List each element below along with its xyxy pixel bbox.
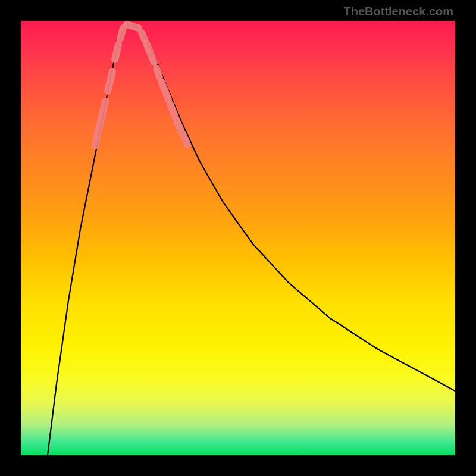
marker-segment: [183, 134, 187, 145]
marker-segment: [95, 101, 105, 146]
attribution-text: TheBottleneck.com: [344, 5, 453, 18]
marker-segment: [142, 33, 145, 40]
marker-segment: [120, 28, 123, 39]
chart-svg: [21, 21, 455, 455]
marker-segment: [156, 68, 159, 77]
marker-segment: [146, 43, 154, 62]
chart-frame: TheBottleneck.com: [0, 0, 476, 476]
marker-segments: [95, 24, 187, 146]
marker-segment: [115, 45, 118, 60]
marker-segment: [161, 82, 168, 99]
marker-segment: [127, 24, 139, 28]
chart-plot-area: [21, 21, 455, 455]
marker-segment: [108, 71, 112, 91]
